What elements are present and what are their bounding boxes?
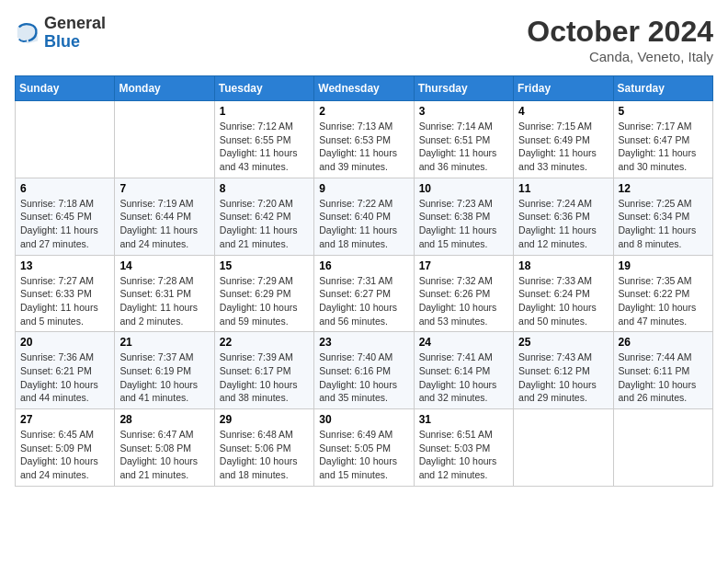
day-number: 29 [220, 413, 309, 426]
cell-info: Sunrise: 7:24 AM Sunset: 6:36 PM Dayligh… [518, 197, 608, 251]
cell-info: Sunrise: 7:43 AM Sunset: 6:12 PM Dayligh… [518, 350, 608, 405]
page-header: General Blue October 2024 Canda, Veneto,… [15, 15, 713, 64]
cell-info: Sunrise: 7:39 AM Sunset: 6:17 PM Dayligh… [220, 350, 309, 405]
calendar-cell: 18Sunrise: 7:33 AM Sunset: 6:24 PM Dayli… [514, 255, 613, 332]
day-number: 24 [419, 336, 508, 349]
day-number: 8 [220, 182, 309, 195]
weekday-header: Tuesday [214, 76, 313, 101]
logo-icon [15, 20, 40, 46]
day-number: 7 [119, 182, 209, 195]
calendar-cell: 14Sunrise: 7:28 AM Sunset: 6:31 PM Dayli… [115, 255, 214, 332]
logo-blue: Blue [44, 33, 106, 52]
calendar-cell: 10Sunrise: 7:23 AM Sunset: 6:38 PM Dayli… [414, 178, 513, 255]
calendar-cell: 1Sunrise: 7:12 AM Sunset: 6:55 PM Daylig… [214, 101, 313, 178]
calendar-cell: 30Sunrise: 6:49 AM Sunset: 5:05 PM Dayli… [314, 409, 414, 487]
calendar-week-row: 27Sunrise: 6:45 AM Sunset: 5:09 PM Dayli… [16, 409, 713, 487]
weekday-header: Friday [514, 76, 613, 101]
cell-info: Sunrise: 7:40 AM Sunset: 6:16 PM Dayligh… [319, 350, 408, 405]
weekday-header-row: SundayMondayTuesdayWednesdayThursdayFrid… [16, 76, 713, 101]
day-number: 2 [319, 105, 408, 118]
calendar-cell: 2Sunrise: 7:13 AM Sunset: 6:53 PM Daylig… [314, 101, 414, 178]
cell-info: Sunrise: 6:51 AM Sunset: 5:03 PM Dayligh… [419, 428, 508, 482]
cell-info: Sunrise: 7:32 AM Sunset: 6:26 PM Dayligh… [419, 274, 508, 328]
calendar-cell: 26Sunrise: 7:44 AM Sunset: 6:11 PM Dayli… [613, 332, 712, 409]
cell-info: Sunrise: 7:19 AM Sunset: 6:44 PM Dayligh… [119, 197, 209, 251]
day-number: 21 [119, 336, 209, 349]
cell-info: Sunrise: 7:31 AM Sunset: 6:27 PM Dayligh… [319, 274, 408, 328]
day-number: 12 [619, 182, 708, 195]
calendar-cell: 11Sunrise: 7:24 AM Sunset: 6:36 PM Dayli… [514, 178, 613, 255]
calendar: SundayMondayTuesdayWednesdayThursdayFrid… [15, 75, 713, 487]
cell-info: Sunrise: 7:22 AM Sunset: 6:40 PM Dayligh… [319, 197, 408, 251]
calendar-cell: 5Sunrise: 7:17 AM Sunset: 6:47 PM Daylig… [613, 101, 712, 178]
calendar-cell: 21Sunrise: 7:37 AM Sunset: 6:19 PM Dayli… [115, 332, 214, 409]
cell-info: Sunrise: 7:29 AM Sunset: 6:29 PM Dayligh… [220, 274, 309, 328]
day-number: 16 [319, 259, 408, 272]
day-number: 11 [518, 182, 608, 195]
logo-general: General [44, 15, 106, 33]
day-number: 14 [119, 259, 209, 272]
cell-info: Sunrise: 7:14 AM Sunset: 6:51 PM Dayligh… [419, 120, 508, 174]
calendar-cell: 31Sunrise: 6:51 AM Sunset: 5:03 PM Dayli… [414, 409, 513, 487]
month-title: October 2024 [527, 15, 713, 49]
day-number: 17 [419, 259, 508, 272]
calendar-cell: 28Sunrise: 6:47 AM Sunset: 5:08 PM Dayli… [115, 409, 214, 487]
weekday-header: Sunday [16, 76, 115, 101]
cell-info: Sunrise: 7:36 AM Sunset: 6:21 PM Dayligh… [20, 350, 109, 405]
cell-info: Sunrise: 7:12 AM Sunset: 6:55 PM Dayligh… [220, 120, 309, 174]
calendar-cell [16, 101, 115, 178]
day-number: 6 [20, 182, 109, 195]
calendar-cell: 24Sunrise: 7:41 AM Sunset: 6:14 PM Dayli… [414, 332, 513, 409]
calendar-cell: 12Sunrise: 7:25 AM Sunset: 6:34 PM Dayli… [613, 178, 712, 255]
cell-info: Sunrise: 6:47 AM Sunset: 5:08 PM Dayligh… [119, 428, 209, 482]
day-number: 5 [619, 105, 708, 118]
cell-info: Sunrise: 7:35 AM Sunset: 6:22 PM Dayligh… [619, 274, 708, 328]
title-section: October 2024 Canda, Veneto, Italy [527, 15, 713, 64]
calendar-cell: 13Sunrise: 7:27 AM Sunset: 6:33 PM Dayli… [16, 255, 115, 332]
cell-info: Sunrise: 6:48 AM Sunset: 5:06 PM Dayligh… [220, 428, 309, 482]
cell-info: Sunrise: 7:13 AM Sunset: 6:53 PM Dayligh… [319, 120, 408, 174]
cell-info: Sunrise: 7:44 AM Sunset: 6:11 PM Dayligh… [619, 350, 708, 405]
day-number: 27 [20, 413, 109, 426]
calendar-cell: 3Sunrise: 7:14 AM Sunset: 6:51 PM Daylig… [414, 101, 513, 178]
calendar-week-row: 1Sunrise: 7:12 AM Sunset: 6:55 PM Daylig… [16, 101, 713, 178]
cell-info: Sunrise: 7:33 AM Sunset: 6:24 PM Dayligh… [518, 274, 608, 328]
weekday-header: Wednesday [314, 76, 414, 101]
calendar-cell: 27Sunrise: 6:45 AM Sunset: 5:09 PM Dayli… [16, 409, 115, 487]
calendar-cell: 20Sunrise: 7:36 AM Sunset: 6:21 PM Dayli… [16, 332, 115, 409]
calendar-cell: 17Sunrise: 7:32 AM Sunset: 6:26 PM Dayli… [414, 255, 513, 332]
calendar-cell: 19Sunrise: 7:35 AM Sunset: 6:22 PM Dayli… [613, 255, 712, 332]
calendar-cell: 22Sunrise: 7:39 AM Sunset: 6:17 PM Dayli… [214, 332, 313, 409]
calendar-cell: 23Sunrise: 7:40 AM Sunset: 6:16 PM Dayli… [314, 332, 414, 409]
logo: General Blue [15, 15, 106, 52]
cell-info: Sunrise: 7:27 AM Sunset: 6:33 PM Dayligh… [20, 274, 109, 328]
calendar-cell: 15Sunrise: 7:29 AM Sunset: 6:29 PM Dayli… [214, 255, 313, 332]
day-number: 30 [319, 413, 408, 426]
day-number: 10 [419, 182, 508, 195]
day-number: 28 [119, 413, 209, 426]
calendar-week-row: 6Sunrise: 7:18 AM Sunset: 6:45 PM Daylig… [16, 178, 713, 255]
day-number: 20 [20, 336, 109, 349]
day-number: 26 [619, 336, 708, 349]
day-number: 25 [518, 336, 608, 349]
day-number: 22 [220, 336, 309, 349]
cell-info: Sunrise: 7:25 AM Sunset: 6:34 PM Dayligh… [619, 197, 708, 251]
day-number: 31 [419, 413, 508, 426]
weekday-header: Saturday [613, 76, 712, 101]
day-number: 19 [619, 259, 708, 272]
calendar-cell: 25Sunrise: 7:43 AM Sunset: 6:12 PM Dayli… [514, 332, 613, 409]
cell-info: Sunrise: 7:23 AM Sunset: 6:38 PM Dayligh… [419, 197, 508, 251]
day-number: 15 [220, 259, 309, 272]
calendar-cell [514, 409, 613, 487]
cell-info: Sunrise: 6:49 AM Sunset: 5:05 PM Dayligh… [319, 428, 408, 482]
calendar-cell: 16Sunrise: 7:31 AM Sunset: 6:27 PM Dayli… [314, 255, 414, 332]
calendar-week-row: 20Sunrise: 7:36 AM Sunset: 6:21 PM Dayli… [16, 332, 713, 409]
calendar-cell: 29Sunrise: 6:48 AM Sunset: 5:06 PM Dayli… [214, 409, 313, 487]
day-number: 1 [220, 105, 309, 118]
calendar-cell: 7Sunrise: 7:19 AM Sunset: 6:44 PM Daylig… [115, 178, 214, 255]
day-number: 13 [20, 259, 109, 272]
cell-info: Sunrise: 7:17 AM Sunset: 6:47 PM Dayligh… [619, 120, 708, 174]
calendar-cell: 6Sunrise: 7:18 AM Sunset: 6:45 PM Daylig… [16, 178, 115, 255]
day-number: 3 [419, 105, 508, 118]
cell-info: Sunrise: 7:18 AM Sunset: 6:45 PM Dayligh… [20, 197, 109, 251]
